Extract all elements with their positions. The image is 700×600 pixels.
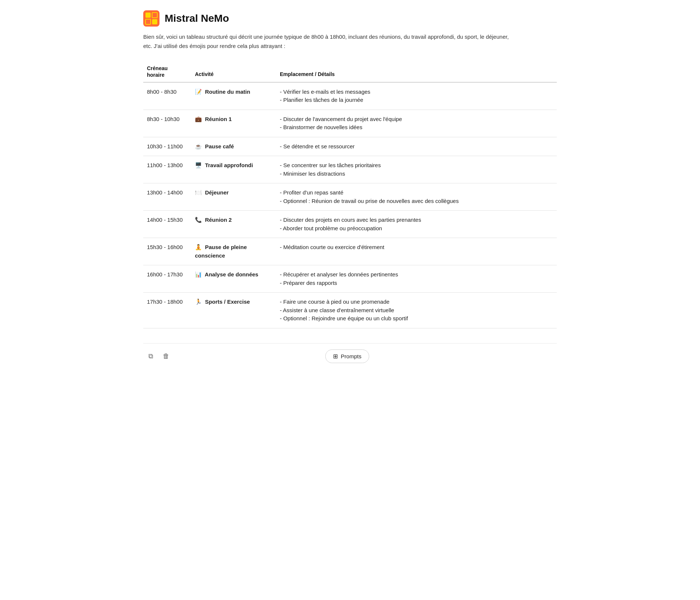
prompts-icon: ⊞ xyxy=(333,353,338,360)
col-header-time: Créneau horaire xyxy=(143,61,191,82)
cell-time: 10h30 - 11h00 xyxy=(143,137,191,156)
table-row: 8h00 - 8h30📝 Routine du matin- Vérifier … xyxy=(143,82,557,110)
cell-details: - Discuter de l'avancement du projet ave… xyxy=(276,110,557,137)
svg-rect-2 xyxy=(152,13,157,18)
cell-details: - Se détendre et se ressourcer xyxy=(276,137,557,156)
activity-emoji: 💼 xyxy=(195,116,202,122)
svg-rect-4 xyxy=(152,19,157,24)
footer-left-actions: ⧉ 🗑 xyxy=(147,351,171,362)
trash-icon: 🗑 xyxy=(163,352,169,360)
table-row: 15h30 - 16h00🧘 Pause de pleine conscienc… xyxy=(143,238,557,265)
cell-time: 8h30 - 10h30 xyxy=(143,110,191,137)
col-header-details: Emplacement / Détails xyxy=(276,61,557,82)
table-row: 16h00 - 17h30📊 Analyse de données- Récup… xyxy=(143,265,557,293)
app-header: Mistral NeMo xyxy=(143,10,557,27)
cell-activity: ☕ Pause café xyxy=(191,137,276,156)
cell-details: - Vérifier les e-mails et les messages- … xyxy=(276,82,557,110)
activity-emoji: 🖥️ xyxy=(195,162,202,168)
copy-icon: ⧉ xyxy=(148,352,153,360)
cell-activity: 🖥️ Travail approfondi xyxy=(191,156,276,183)
cell-activity: 📊 Analyse de données xyxy=(191,265,276,293)
cell-time: 15h30 - 16h00 xyxy=(143,238,191,265)
cell-activity: 💼 Réunion 1 xyxy=(191,110,276,137)
cell-time: 17h30 - 18h00 xyxy=(143,293,191,328)
footer-bar: ⧉ 🗑 ⊞ Prompts xyxy=(143,343,557,367)
prompts-label: Prompts xyxy=(341,353,361,359)
app-logo xyxy=(143,10,159,27)
cell-time: 13h00 - 14h00 xyxy=(143,183,191,211)
intro-text: Bien sûr, voici un tableau structuré qui… xyxy=(143,32,512,51)
cell-time: 14h00 - 15h30 xyxy=(143,211,191,238)
activity-emoji: 📝 xyxy=(195,89,202,95)
cell-activity: 🏃 Sports / Exercise xyxy=(191,293,276,328)
cell-time: 11h00 - 13h00 xyxy=(143,156,191,183)
svg-rect-3 xyxy=(145,19,151,24)
activity-emoji: 🧘 xyxy=(195,244,202,250)
cell-details: - Discuter des projets en cours avec les… xyxy=(276,211,557,238)
activity-emoji: 🍽️ xyxy=(195,189,202,196)
activity-emoji: 🏃 xyxy=(195,299,202,305)
table-row: 13h00 - 14h00🍽️ Déjeuner- Profiter d'un … xyxy=(143,183,557,211)
activity-emoji: 📊 xyxy=(195,271,202,277)
activity-emoji: ☕ xyxy=(195,143,202,149)
cell-details: - Récupérer et analyser les données pert… xyxy=(276,265,557,293)
cell-details: - Méditation courte ou exercice d'étirem… xyxy=(276,238,557,265)
cell-time: 16h00 - 17h30 xyxy=(143,265,191,293)
cell-details: - Se concentrer sur les tâches prioritai… xyxy=(276,156,557,183)
svg-rect-1 xyxy=(145,13,151,18)
table-row: 10h30 - 11h00☕ Pause café- Se détendre e… xyxy=(143,137,557,156)
activity-emoji: 📞 xyxy=(195,217,202,223)
cell-time: 8h00 - 8h30 xyxy=(143,82,191,110)
cell-activity: 📞 Réunion 2 xyxy=(191,211,276,238)
table-row: 17h30 - 18h00🏃 Sports / Exercise- Faire … xyxy=(143,293,557,328)
cell-details: - Profiter d'un repas santé- Optionnel :… xyxy=(276,183,557,211)
cell-activity: 🍽️ Déjeuner xyxy=(191,183,276,211)
delete-button[interactable]: 🗑 xyxy=(161,351,171,362)
cell-details: - Faire une course à pied ou une promena… xyxy=(276,293,557,328)
table-row: 11h00 - 13h00🖥️ Travail approfondi- Se c… xyxy=(143,156,557,183)
prompts-button[interactable]: ⊞ Prompts xyxy=(325,349,369,363)
cell-activity: 🧘 Pause de pleine conscience xyxy=(191,238,276,265)
app-title: Mistral NeMo xyxy=(165,11,229,26)
table-row: 14h00 - 15h30📞 Réunion 2- Discuter des p… xyxy=(143,211,557,238)
schedule-table: Créneau horaire Activité Emplacement / D… xyxy=(143,61,557,328)
col-header-activity: Activité xyxy=(191,61,276,82)
table-row: 8h30 - 10h30💼 Réunion 1- Discuter de l'a… xyxy=(143,110,557,137)
copy-button[interactable]: ⧉ xyxy=(147,351,155,362)
cell-activity: 📝 Routine du matin xyxy=(191,82,276,110)
